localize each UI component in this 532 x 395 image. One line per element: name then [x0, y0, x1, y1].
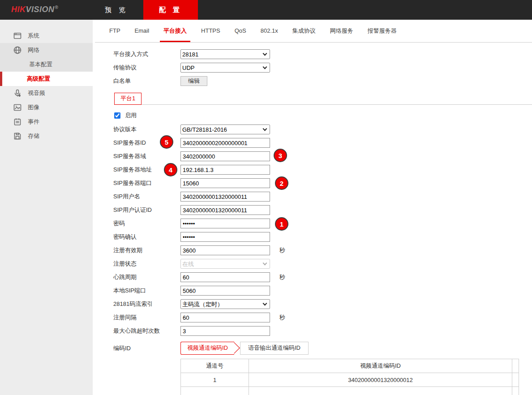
- registration-interval-input[interactable]: [180, 313, 270, 322]
- registration-status-select: 在线: [180, 259, 270, 269]
- access-mode-select[interactable]: 28181: [180, 49, 270, 59]
- sidebar-item-label: 高级配置: [27, 75, 50, 83]
- max-heartbeat-timeout-label: 最大心跳超时次数: [113, 327, 180, 335]
- sidebar-item-event[interactable]: 事件: [0, 115, 93, 129]
- sip-server-domain-label: SIP服务器域: [113, 152, 180, 160]
- annotation-badge-4: 4: [164, 163, 177, 176]
- video-channel-encoding-tab[interactable]: 视频通道编码ID: [180, 342, 234, 355]
- tab-alarm-server[interactable]: 报警服务器: [366, 20, 399, 42]
- video-encoding-id-cell: 34020000001320000012: [249, 373, 512, 387]
- microphone-icon: [13, 88, 22, 98]
- tab-integration-protocol[interactable]: 集成协议: [291, 20, 317, 42]
- logo-registered-mark: ®: [55, 5, 59, 10]
- nav-configuration[interactable]: 配 置: [143, 0, 198, 20]
- sip-auth-id-label: SIP用户认证ID: [113, 206, 180, 214]
- sidebar-item-label: 存储: [28, 132, 39, 140]
- local-sip-port-input[interactable]: [180, 286, 270, 296]
- protocol-version-select[interactable]: GB/T28181-2016: [180, 125, 270, 134]
- tab-https[interactable]: HTTPS: [199, 20, 222, 42]
- sidebar-item-basic-config[interactable]: 基本配置: [0, 57, 93, 72]
- tab-platform-access[interactable]: 平台接入: [162, 20, 189, 42]
- heartbeat-interval-input[interactable]: [180, 272, 270, 282]
- sidebar-item-audio-video[interactable]: 视音频: [0, 86, 93, 100]
- table-header-row: 通道号 视频通道编码ID: [181, 359, 519, 373]
- password-label: 密码: [113, 219, 180, 228]
- registration-validity-label: 注册有效期: [113, 246, 180, 254]
- sidebar-item-network[interactable]: 网络: [0, 43, 93, 57]
- sidebar-item-advanced-config[interactable]: 高级配置: [0, 72, 93, 86]
- sidebar: 系统 网络 基本配置 高级配置 视音频: [0, 20, 95, 395]
- sip-server-address-input[interactable]: [180, 165, 270, 175]
- table-spacer-cell: [512, 373, 519, 387]
- video-encoding-id-header: 视频通道编码ID: [249, 359, 512, 373]
- table-spacer-column: [512, 359, 519, 373]
- platform-tab-row: 平台1: [114, 93, 532, 105]
- sip-username-input[interactable]: [180, 192, 270, 202]
- whitelist-label: 白名单: [113, 77, 180, 85]
- channel-number-header: 通道号: [181, 359, 249, 373]
- table-row-empty: [181, 387, 519, 395]
- sidebar-item-system[interactable]: 系统: [0, 29, 93, 43]
- tab-8021x[interactable]: 802.1x: [259, 20, 280, 42]
- password-input[interactable]: [180, 219, 270, 228]
- access-mode-label: 平台接入方式: [113, 50, 180, 58]
- settings-tab-bar: FTP Email 平台接入 HTTPS QoS 802.1x 集成协议 网络服…: [95, 20, 532, 43]
- password-confirm-label: 密码确认: [113, 233, 180, 241]
- platform1-tab[interactable]: 平台1: [114, 93, 142, 105]
- image-icon: [13, 103, 22, 112]
- sidebar-item-label: 视音频: [28, 89, 45, 97]
- sip-server-id-input[interactable]: [180, 138, 270, 148]
- channel-number-cell: 1: [181, 373, 249, 387]
- unit-seconds: 秒: [279, 313, 285, 322]
- sip-username-label: SIP用户名: [113, 193, 180, 201]
- encoding-id-label: 编码ID: [113, 344, 180, 352]
- top-bar: HIKVISION® 预 览 配 置: [0, 0, 532, 20]
- annotation-badge-5: 5: [160, 135, 173, 149]
- tab-qos[interactable]: QoS: [233, 20, 248, 42]
- tab-arrow-icon: [228, 342, 240, 353]
- stream-index-select[interactable]: 主码流（定时）: [180, 299, 270, 309]
- registration-validity-input[interactable]: [180, 245, 270, 255]
- registration-status-label: 注册状态: [113, 260, 180, 268]
- sip-server-domain-input[interactable]: [180, 151, 270, 161]
- max-heartbeat-timeout-input[interactable]: [180, 326, 270, 336]
- nav-preview[interactable]: 预 览: [94, 0, 139, 20]
- tab-ftp[interactable]: FTP: [107, 20, 122, 42]
- platform-access-form: 平台接入方式 28181 传输协议 UDP 白名单 编辑 平台1 启用: [95, 43, 532, 395]
- divider: [142, 104, 532, 105]
- sidebar-item-storage[interactable]: 存储: [0, 129, 93, 143]
- annotation-badge-3: 3: [274, 149, 287, 162]
- protocol-version-label: 协议版本: [113, 125, 180, 133]
- calendar-icon: [13, 117, 22, 127]
- annotation-badge-1: 1: [275, 217, 288, 231]
- sidebar-item-label: 图像: [28, 103, 39, 112]
- annotation-badge-2: 2: [275, 176, 288, 190]
- transport-protocol-select[interactable]: UDP: [180, 63, 270, 73]
- registration-interval-label: 注册间隔: [113, 313, 180, 322]
- sip-auth-id-input[interactable]: [180, 205, 270, 215]
- table-row[interactable]: 1 34020000001320000012: [181, 373, 519, 387]
- network-icon: [13, 45, 22, 55]
- password-confirm-input[interactable]: [180, 232, 270, 242]
- audio-output-channel-encoding-tab[interactable]: 语音输出通道编码ID: [240, 342, 309, 355]
- local-sip-port-label: 本地SIP端口: [113, 287, 180, 295]
- tab-network-service[interactable]: 网络服务: [328, 20, 355, 42]
- enable-checkbox[interactable]: [114, 112, 120, 119]
- enable-label: 启用: [125, 112, 137, 120]
- sidebar-item-label: 系统: [28, 32, 39, 40]
- sidebar-item-label: 基本配置: [29, 60, 52, 69]
- whitelist-edit-button[interactable]: 编辑: [180, 76, 207, 86]
- encoding-id-table: 通道号 视频通道编码ID 1 34020000001320000012: [180, 359, 519, 395]
- main-content: FTP Email 平台接入 HTTPS QoS 802.1x 集成协议 网络服…: [95, 20, 532, 395]
- sip-server-port-input[interactable]: [180, 178, 270, 188]
- floppy-disk-icon: [13, 131, 22, 141]
- transport-protocol-label: 传输协议: [113, 64, 180, 72]
- hikvision-logo: HIKVISION®: [11, 5, 58, 14]
- stream-index-label: 28181码流索引: [113, 300, 180, 308]
- unit-seconds: 秒: [279, 246, 285, 254]
- sidebar-item-image[interactable]: 图像: [0, 100, 93, 115]
- tab-email[interactable]: Email: [133, 20, 151, 42]
- heartbeat-interval-label: 心跳周期: [113, 273, 180, 281]
- logo-vision: VISION: [26, 5, 55, 14]
- sidebar-item-label: 网络: [28, 46, 39, 54]
